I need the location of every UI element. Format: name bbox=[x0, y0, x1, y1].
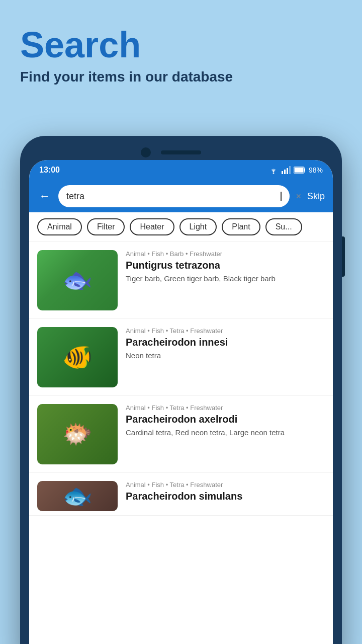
results-list: Animal • Fish • Barb • Freshwater Puntig… bbox=[29, 242, 333, 644]
result-name-3: Paracheirodon axelrodi bbox=[126, 414, 325, 425]
result-info-1: Animal • Fish • Barb • Freshwater Puntig… bbox=[126, 250, 325, 284]
page-subtitle: Find your items in our database bbox=[20, 69, 342, 85]
result-tags-3: Animal • Fish • Tetra • Freshwater bbox=[126, 404, 325, 412]
phone-screen: 13:00 bbox=[29, 160, 333, 644]
result-name-1: Puntigrus tetrazona bbox=[126, 260, 325, 271]
neon-tetra-image bbox=[37, 327, 118, 387]
wifi-icon bbox=[268, 166, 279, 174]
svg-rect-4 bbox=[289, 166, 291, 174]
page-header: Search Find your items in our database bbox=[0, 0, 362, 100]
result-info-2: Animal • Fish • Tetra • Freshwater Parac… bbox=[126, 327, 325, 361]
phone-speaker bbox=[161, 150, 201, 154]
status-bar: 13:00 bbox=[29, 160, 333, 180]
svg-rect-3 bbox=[287, 168, 288, 174]
chip-heater[interactable]: Heater bbox=[130, 218, 174, 235]
status-time: 13:00 bbox=[39, 166, 60, 175]
chip-light[interactable]: Light bbox=[179, 218, 217, 235]
result-tags-1: Animal • Fish • Barb • Freshwater bbox=[126, 250, 325, 258]
result-image-1 bbox=[37, 250, 118, 310]
cardinal-tetra-image bbox=[37, 404, 118, 464]
signal-icon bbox=[282, 166, 291, 174]
battery-percentage: 98% bbox=[309, 166, 323, 174]
chip-filter[interactable]: Filter bbox=[87, 218, 125, 235]
search-input-wrapper[interactable]: tetra bbox=[58, 185, 290, 207]
chip-plant[interactable]: Plant bbox=[222, 218, 260, 235]
search-input-text[interactable]: tetra bbox=[66, 191, 280, 202]
phone-camera bbox=[141, 147, 151, 157]
result-common-1: Tiger barb, Green tiger barb, Black tige… bbox=[126, 273, 325, 284]
back-button[interactable]: ← bbox=[37, 188, 52, 205]
result-image-3 bbox=[37, 404, 118, 464]
battery-icon bbox=[294, 167, 306, 174]
result-item-2[interactable]: Animal • Fish • Tetra • Freshwater Parac… bbox=[29, 319, 333, 396]
result-image-2 bbox=[37, 327, 118, 387]
phone-notch bbox=[29, 145, 333, 160]
filter-chips-row: Animal Filter Heater Light Plant Su... bbox=[29, 212, 333, 242]
chip-more[interactable]: Su... bbox=[265, 218, 302, 235]
result-item-1[interactable]: Animal • Fish • Barb • Freshwater Puntig… bbox=[29, 242, 333, 319]
result-common-3: Cardinal tetra, Red neon tetra, Large ne… bbox=[126, 427, 325, 438]
result-info-4: Animal • Fish • Tetra • Freshwater Parac… bbox=[126, 481, 325, 504]
result-image-4 bbox=[37, 481, 118, 511]
svg-rect-7 bbox=[294, 168, 303, 173]
status-icons: 98% bbox=[268, 166, 323, 174]
svg-point-0 bbox=[273, 173, 274, 174]
result-common-2: Neon tetra bbox=[126, 350, 325, 361]
tiger-barb-image bbox=[37, 250, 118, 310]
svg-rect-1 bbox=[282, 171, 283, 174]
result-info-3: Animal • Fish • Tetra • Freshwater Parac… bbox=[126, 404, 325, 438]
phone-frame: 13:00 bbox=[20, 136, 342, 644]
result-tags-2: Animal • Fish • Tetra • Freshwater bbox=[126, 327, 325, 335]
page-title: Search bbox=[20, 25, 342, 65]
result-name-2: Paracheirodon innesi bbox=[126, 337, 325, 348]
search-bar: ← tetra × Skip bbox=[29, 180, 333, 212]
simulans-image bbox=[37, 481, 118, 511]
skip-button[interactable]: Skip bbox=[307, 191, 325, 202]
clear-button[interactable]: × bbox=[296, 191, 301, 202]
svg-rect-6 bbox=[304, 169, 305, 172]
search-cursor bbox=[281, 192, 282, 201]
phone-side-button bbox=[342, 236, 345, 277]
svg-rect-2 bbox=[284, 170, 286, 174]
result-name-4: Paracheirodon simulans bbox=[126, 491, 325, 502]
chip-animal[interactable]: Animal bbox=[37, 218, 82, 235]
result-tags-4: Animal • Fish • Tetra • Freshwater bbox=[126, 481, 325, 489]
result-item-3[interactable]: Animal • Fish • Tetra • Freshwater Parac… bbox=[29, 396, 333, 473]
result-item-4[interactable]: Animal • Fish • Tetra • Freshwater Parac… bbox=[29, 473, 333, 516]
